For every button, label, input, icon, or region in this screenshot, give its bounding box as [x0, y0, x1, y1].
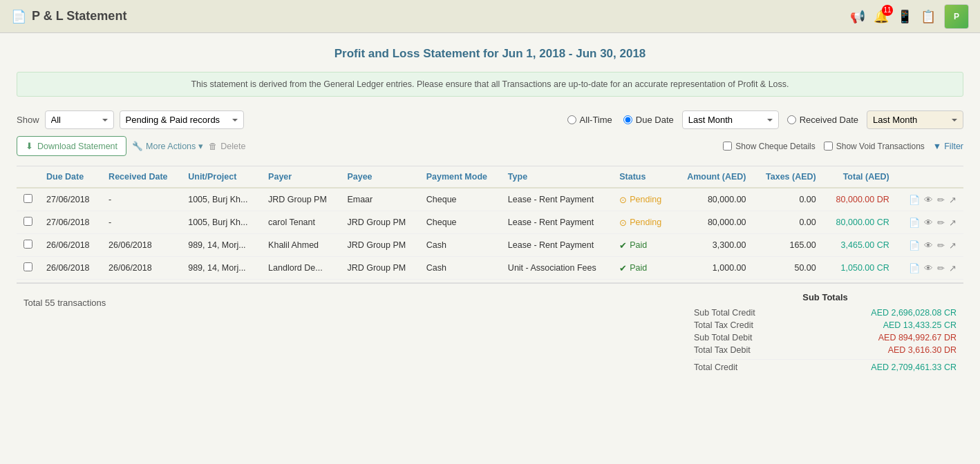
filter-button[interactable]: ▼ Filter: [933, 142, 963, 151]
row-link-button[interactable]: ↗: [949, 240, 957, 251]
more-actions-button[interactable]: 🔧 More Actions ▾: [132, 141, 203, 151]
total-tax-credit-label: Total Tax Credit: [694, 320, 753, 330]
megaphone-button[interactable]: 📢: [850, 9, 865, 24]
col-payer: Payer: [261, 166, 340, 188]
received-date-cell: 26/06/2018: [102, 234, 181, 257]
col-status: Status: [612, 166, 673, 188]
row-doc-button[interactable]: 📄: [909, 218, 920, 228]
date-radio-group: All-Time Due Date: [567, 115, 674, 125]
row-checkbox-cell: [17, 257, 39, 280]
amount-cell: 80,000.00: [673, 211, 753, 234]
received-date-range-dropdown[interactable]: Last Month: [867, 110, 963, 129]
due-date-range-dropdown[interactable]: Last Month: [682, 110, 779, 129]
row-checkbox-cell: [17, 211, 39, 234]
col-payee: Payee: [340, 166, 419, 188]
row-view-button[interactable]: 👁: [924, 195, 933, 205]
payer-cell: JRD Group PM: [261, 188, 340, 211]
row-doc-button[interactable]: 📄: [909, 263, 920, 273]
trash-icon: 🗑: [209, 142, 218, 151]
controls-row: Show All Pending & Paid records All-Time…: [17, 110, 963, 129]
received-date-cell: -: [102, 188, 181, 211]
show-cheque-details-checkbox[interactable]: Show Cheque Details: [723, 142, 815, 151]
bell-button[interactable]: 🔔 11: [874, 9, 889, 24]
type-cell: Lease - Rent Payment: [501, 234, 612, 257]
row-edit-button[interactable]: ✏: [937, 240, 945, 251]
row-edit-button[interactable]: ✏: [937, 195, 945, 205]
total-credit-row: Total Credit AED 2,709,461.33 CR: [694, 359, 957, 374]
received-date-cell: 26/06/2018: [102, 257, 181, 280]
payee-cell: JRD Group PM: [340, 234, 419, 257]
col-due-date: Due Date: [39, 166, 102, 188]
show-dropdown[interactable]: All: [45, 110, 114, 129]
unit-project-cell: 1005, Burj Kh...: [181, 211, 261, 234]
status-badge: ✔ Paid: [619, 263, 666, 273]
row-view-button[interactable]: 👁: [924, 218, 933, 228]
download-statement-button[interactable]: ⬇ Download Statement: [17, 136, 126, 156]
info-banner: This statement is derived from the Gener…: [17, 72, 963, 97]
avatar[interactable]: P: [944, 4, 969, 29]
row-actions-cell: 📄 👁 ✏ ↗: [896, 188, 963, 211]
row-link-button[interactable]: ↗: [949, 218, 957, 228]
row-checkbox[interactable]: [23, 194, 32, 203]
document-button[interactable]: 📋: [921, 9, 936, 24]
received-date-radio[interactable]: Received Date: [787, 115, 858, 125]
sub-total-debit-value: AED 894,992.67 DR: [878, 333, 957, 342]
row-checkbox[interactable]: [23, 240, 32, 249]
transactions-table: Due Date Received Date Unit/Project Paye…: [17, 166, 963, 280]
sub-total-credit-row: Sub Total Credit AED 2,696,028.08 CR: [694, 307, 957, 319]
total-tax-debit-row: Total Tax Debit AED 3,616.30 DR: [694, 344, 957, 356]
row-link-button[interactable]: ↗: [949, 263, 957, 273]
payee-cell: JRD Group PM: [340, 257, 419, 280]
clock-icon: ⊙: [619, 218, 627, 228]
transactions-table-container: Due Date Received Date Unit/Project Paye…: [17, 166, 963, 280]
row-actions-cell: 📄 👁 ✏ ↗: [896, 257, 963, 280]
app-title-text: P & L Statement: [32, 9, 126, 23]
show-void-transactions-checkbox[interactable]: Show Void Transactions: [824, 142, 925, 151]
received-date-label: Received Date: [800, 115, 858, 125]
footer-row: Total 55 transactions Sub Totals Sub Tot…: [17, 282, 963, 374]
row-doc-button[interactable]: 📄: [909, 240, 920, 251]
row-checkbox[interactable]: [23, 262, 32, 271]
all-time-radio[interactable]: All-Time: [567, 115, 612, 125]
status-cell: ✔ Paid: [612, 234, 673, 257]
payment-mode-cell: Cash: [420, 257, 501, 280]
row-view-button[interactable]: 👁: [924, 263, 933, 273]
table-body: 27/06/2018 - 1005, Burj Kh... JRD Group …: [17, 188, 963, 280]
records-dropdown[interactable]: Pending & Paid records: [120, 110, 244, 129]
row-edit-button[interactable]: ✏: [937, 218, 945, 228]
payee-cell: JRD Group PM: [340, 211, 419, 234]
sub-total-credit-label: Sub Total Credit: [694, 308, 755, 318]
row-checkbox[interactable]: [23, 217, 32, 226]
sub-totals: Sub Totals Sub Total Credit AED 2,696,02…: [694, 292, 957, 374]
table-row: 26/06/2018 26/06/2018 989, 14, Morj... K…: [17, 234, 963, 257]
clock-icon: ⊙: [619, 195, 627, 205]
status-cell: ⊙ Pending: [612, 211, 673, 234]
row-doc-button[interactable]: 📄: [909, 195, 920, 205]
delete-button[interactable]: 🗑 Delete: [209, 142, 245, 151]
controls-right: All-Time Due Date Last Month Received Da…: [567, 110, 963, 129]
row-link-button[interactable]: ↗: [949, 195, 957, 205]
taxes-cell: 50.00: [753, 257, 823, 280]
taxes-cell: 165.00: [753, 234, 823, 257]
due-date-radio[interactable]: Due Date: [623, 115, 674, 125]
top-header: 📄 P & L Statement 📢 🔔 11 📱 📋 P: [0, 0, 980, 33]
total-tax-credit-row: Total Tax Credit AED 13,433.25 CR: [694, 319, 957, 331]
action-right: Show Cheque Details Show Void Transactio…: [723, 142, 963, 151]
sub-totals-title: Sub Totals: [694, 292, 957, 302]
payer-cell: carol Tenant: [261, 211, 340, 234]
wrench-icon: 🔧: [132, 141, 143, 151]
due-date-label: Due Date: [636, 115, 674, 125]
all-time-label: All-Time: [580, 115, 612, 125]
main-content: Profit and Loss Statement for Jun 1, 201…: [0, 33, 980, 387]
row-view-button[interactable]: 👁: [924, 240, 933, 251]
table-row: 27/06/2018 - 1005, Burj Kh... carol Tena…: [17, 211, 963, 234]
col-taxes: Taxes (AED): [753, 166, 823, 188]
row-edit-button[interactable]: ✏: [937, 263, 945, 273]
doc-icon: 📄: [11, 9, 26, 24]
mobile-button[interactable]: 📱: [897, 9, 912, 24]
status-cell: ⊙ Pending: [612, 188, 673, 211]
filter-icon: ▼: [933, 142, 941, 151]
col-type: Type: [501, 166, 612, 188]
col-amount: Amount (AED): [673, 166, 753, 188]
controls-left: Show All Pending & Paid records: [17, 110, 244, 129]
